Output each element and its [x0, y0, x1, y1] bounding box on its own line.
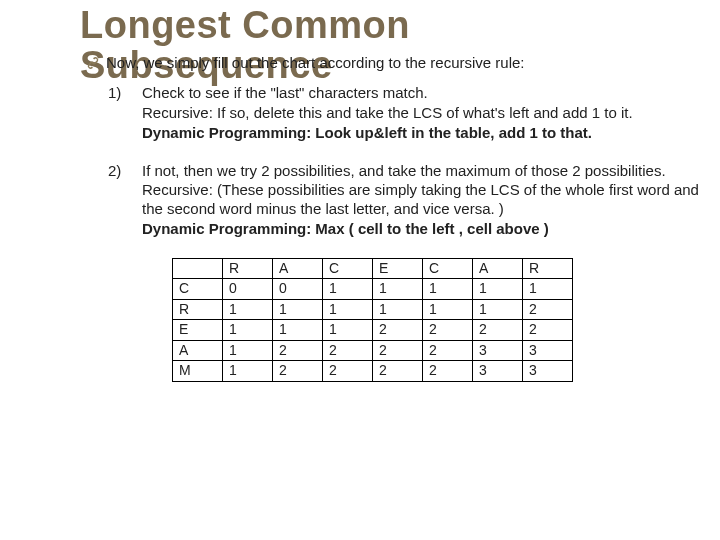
table-cell: 2: [423, 320, 473, 341]
table-cell: 0: [273, 279, 323, 300]
table-cell: 1: [373, 299, 423, 320]
intro-bullet: Now, we simply fill out the chart accord…: [86, 54, 702, 75]
table-cell: 2: [323, 340, 373, 361]
table-cell: 2: [473, 320, 523, 341]
table-cell: 1: [323, 299, 373, 320]
table-row-header: R: [173, 299, 223, 320]
table-col-header: A: [273, 258, 323, 279]
table-cell: 1: [323, 279, 373, 300]
table-cell: 2: [323, 361, 373, 382]
table-cell: 1: [423, 299, 473, 320]
table-cell: 2: [523, 320, 573, 341]
table-cell: 2: [373, 361, 423, 382]
table-row: R 1 1 1 1 1 1 2: [173, 299, 573, 320]
lcs-table-wrap: R A C E C A R C 0 0 1 1 1 1 1: [172, 258, 702, 382]
item-line: If not, then we try 2 possibilities, and…: [142, 162, 702, 181]
item-number: 1): [108, 84, 128, 143]
table-cell: 1: [373, 279, 423, 300]
table-row-header: C: [173, 279, 223, 300]
table-row-header: M: [173, 361, 223, 382]
table-col-header: A: [473, 258, 523, 279]
table-cell: 2: [523, 299, 573, 320]
table-row-header: A: [173, 340, 223, 361]
table-cell-blank: [173, 258, 223, 279]
table-row: R A C E C A R: [173, 258, 573, 279]
item-line: Recursive: If so, delete this and take t…: [142, 104, 702, 123]
table-cell: 3: [473, 340, 523, 361]
list-item: 1) Check to see if the "last" characters…: [108, 84, 702, 143]
table-cell: 1: [223, 299, 273, 320]
table-cell: 1: [273, 320, 323, 341]
table-col-header: R: [523, 258, 573, 279]
item-line: Dynamic Programming: Max ( cell to the l…: [142, 220, 702, 239]
table-row: A 1 2 2 2 2 3 3: [173, 340, 573, 361]
item-line: Check to see if the "last" characters ma…: [142, 84, 702, 103]
table-row: M 1 2 2 2 2 3 3: [173, 361, 573, 382]
table-cell: 1: [523, 279, 573, 300]
slide-body: Now, we simply fill out the chart accord…: [80, 54, 702, 382]
table-cell: 3: [523, 361, 573, 382]
table-cell: 1: [223, 340, 273, 361]
item-line: Dynamic Programming: Look up&left in the…: [142, 124, 702, 143]
item-line: Recursive: (These possibilities are simp…: [142, 181, 702, 219]
table-cell: 1: [273, 299, 323, 320]
title-line-1: Longest Common: [80, 4, 410, 46]
table-col-header: C: [423, 258, 473, 279]
list-item: 2) If not, then we try 2 possibilities, …: [108, 162, 702, 240]
table-cell: 2: [423, 361, 473, 382]
table-cell: 1: [473, 279, 523, 300]
item-number: 2): [108, 162, 128, 240]
table-cell: 1: [223, 320, 273, 341]
table-row: E 1 1 1 2 2 2 2: [173, 320, 573, 341]
table-cell: 0: [223, 279, 273, 300]
table-col-header: R: [223, 258, 273, 279]
table-cell: 2: [373, 340, 423, 361]
table-cell: 2: [273, 361, 323, 382]
intro-text: Now, we simply fill out the chart accord…: [106, 54, 702, 73]
item-body: Check to see if the "last" characters ma…: [142, 84, 702, 143]
table-cell: 2: [273, 340, 323, 361]
table-cell: 2: [373, 320, 423, 341]
table-cell: 3: [473, 361, 523, 382]
table-cell: 1: [473, 299, 523, 320]
table-col-header: C: [323, 258, 373, 279]
numbered-list: 1) Check to see if the "last" characters…: [108, 84, 702, 239]
table-row: C 0 0 1 1 1 1 1: [173, 279, 573, 300]
lcs-table: R A C E C A R C 0 0 1 1 1 1 1: [172, 258, 573, 382]
table-cell: 1: [223, 361, 273, 382]
table-cell: 2: [423, 340, 473, 361]
table-col-header: E: [373, 258, 423, 279]
table-cell: 3: [523, 340, 573, 361]
table-cell: 1: [423, 279, 473, 300]
table-cell: 1: [323, 320, 373, 341]
item-body: If not, then we try 2 possibilities, and…: [142, 162, 702, 240]
table-row-header: E: [173, 320, 223, 341]
chain-icon: [86, 56, 100, 75]
